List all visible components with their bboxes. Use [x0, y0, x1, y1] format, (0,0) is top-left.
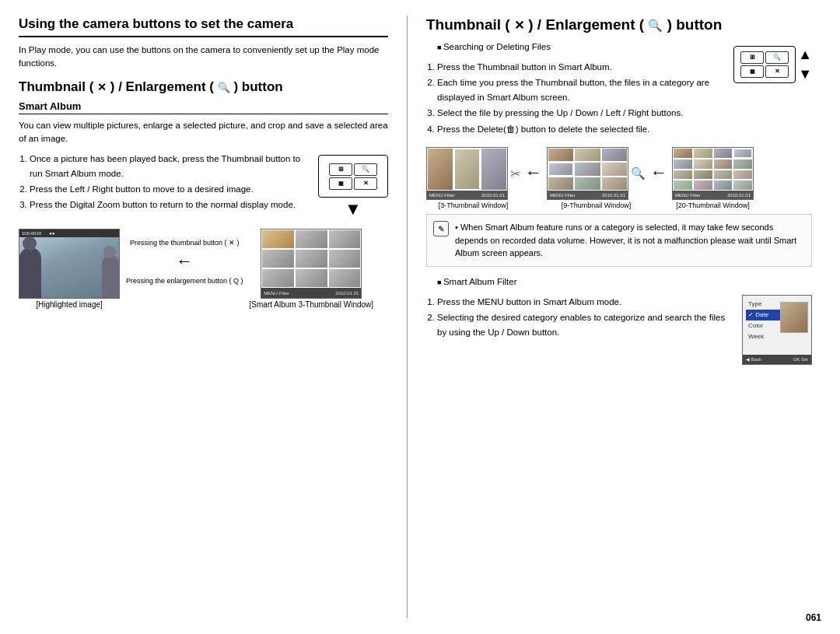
btn-cell-br: ✕: [354, 177, 377, 190]
searching-header: Searching or Deleting Files: [437, 40, 726, 54]
left-sub-title: Thumbnail ( ✕ ) / Enlargement ( 🔍 ) butt…: [19, 79, 388, 96]
twenty-thumb-window: MENU Filter2010.01.01 [20-Thumbnail Wind…: [672, 147, 754, 209]
scissors-icon: ✂: [510, 166, 520, 181]
note-icon: ✎: [433, 221, 449, 236]
camera-button-diagram: ⊞ 🔍 ▦ ✕: [318, 155, 388, 198]
left-arrow-thumb2: ←: [650, 163, 667, 209]
right-section-header: Searching or Deleting Files: [426, 40, 726, 54]
nine-thumb-window: MENU Filter2010.01.01 🔍 [9-Thumbnail Win…: [547, 147, 646, 209]
left-steps-list: Once a picture has been played back, pre…: [19, 152, 310, 212]
smart-album-filter-label: Smart Album Filter: [437, 275, 812, 289]
right-step-2: Each time you press the Thumbnail button…: [437, 75, 726, 104]
left-step-2: Press the Left / Right button to move to…: [30, 182, 310, 196]
left-step-1: Once a picture has been played back, pre…: [30, 152, 310, 180]
intro-text: In Play mode, you can use the buttons on…: [19, 44, 388, 71]
smart-album-filter-header: Smart Album Filter: [426, 275, 812, 289]
three-thumb-label: [3-Thumbnail Window]: [439, 201, 509, 209]
smart-album-desc: You can view multiple pictures, enlarge …: [19, 119, 388, 146]
right-step-3: Select the file by pressing the Up / Dow…: [437, 106, 726, 120]
right-step-4: Press the Delete(🗑) button to delete the…: [437, 122, 726, 136]
three-thumb-window: MENU Filter2010.01.01 ◀ 1 2 3 ▶ ✂ [3-Thu…: [426, 147, 520, 209]
rbtn-bl: ▦: [740, 65, 764, 78]
note-box: ✎ • When Smart Album feature runs or a c…: [426, 214, 812, 267]
filter-step-2: Selecting the desired category enables t…: [437, 310, 734, 339]
btn-cell-bl: ▦: [329, 177, 352, 190]
rbtn-tl: ⊞: [740, 51, 764, 64]
rbtn-br: ✕: [765, 65, 789, 78]
right-step-1: Press the Thumbnail button in Smart Albu…: [437, 60, 726, 74]
left-image-area: 100-0010 ●● [Highlighted image] Pressing…: [19, 229, 388, 309]
rbtn-tr: 🔍: [765, 51, 789, 64]
right-column: Thumbnail ( ✕ ) / Enlargement ( 🔍 ) butt…: [408, 16, 812, 618]
filter-step-1: Press the MENU button in Smart Album mod…: [437, 295, 734, 309]
btn-cell-tl: ⊞: [329, 163, 352, 176]
nine-thumb-label: [9-Thumbnail Window]: [562, 201, 632, 209]
right-steps-list: Press the Thumbnail button in Smart Albu…: [426, 60, 726, 136]
highlighted-image-label: [Highlighted image]: [36, 300, 103, 309]
pressing-thumb-label: Pressing the thumbnail button ( ✕ ): [130, 238, 240, 248]
smart-album-heading: Smart Album: [19, 100, 388, 114]
twenty-thumb-label: [20-Thumbnail Window]: [676, 201, 750, 209]
thumbnail-windows-row: MENU Filter2010.01.01 ◀ 1 2 3 ▶ ✂ [3-Thu…: [426, 147, 812, 209]
pressing-enlarge-label: Pressing the enlargement button ( Q ): [126, 276, 243, 286]
page-number: 061: [806, 612, 821, 623]
twenty-thumb-img: MENU Filter2010.01.01: [672, 147, 754, 200]
filter-menu-image: Type ✓ Date Color Week ◀ Back OK Set: [742, 295, 812, 365]
btn-cell-tr: 🔍: [354, 163, 377, 176]
filter-week: Week: [746, 331, 808, 342]
right-sub-title: Thumbnail ( ✕ ) / Enlargement ( 🔍 ) butt…: [426, 16, 812, 35]
section-title: Using the camera buttons to set the came…: [19, 16, 388, 37]
smart-album-image: MENU Filter 2010.01.01: [261, 229, 362, 299]
nine-thumb-img: MENU Filter2010.01.01: [547, 147, 628, 200]
note-text: • When Smart Album feature runs or a cat…: [455, 221, 805, 260]
left-arrow-icon: ←: [176, 251, 193, 271]
magnify-icon: 🔍: [631, 166, 646, 180]
filter-bottom-bar: ◀ Back OK Set: [743, 355, 811, 364]
smart-album-label: [Smart Album 3-Thumbnail Window]: [250, 300, 374, 309]
left-column: Using the camera buttons to set the came…: [19, 16, 408, 618]
down-arrow-icon: ▼: [345, 199, 362, 219]
left-arrow-thumb: ←: [525, 163, 542, 209]
three-thumb-img: MENU Filter2010.01.01 ◀ 1 2 3 ▶: [426, 147, 508, 200]
camera-button-diagram-right: ⊞ 🔍 ▦ ✕: [733, 46, 796, 83]
arrows-right: ▲ ▼: [798, 47, 812, 82]
filter-steps-list: Press the MENU button in Smart Album mod…: [426, 295, 734, 341]
left-step-3: Press the Digital Zoom button to return …: [30, 198, 310, 212]
highlighted-image: 100-0010 ●●: [19, 229, 120, 299]
